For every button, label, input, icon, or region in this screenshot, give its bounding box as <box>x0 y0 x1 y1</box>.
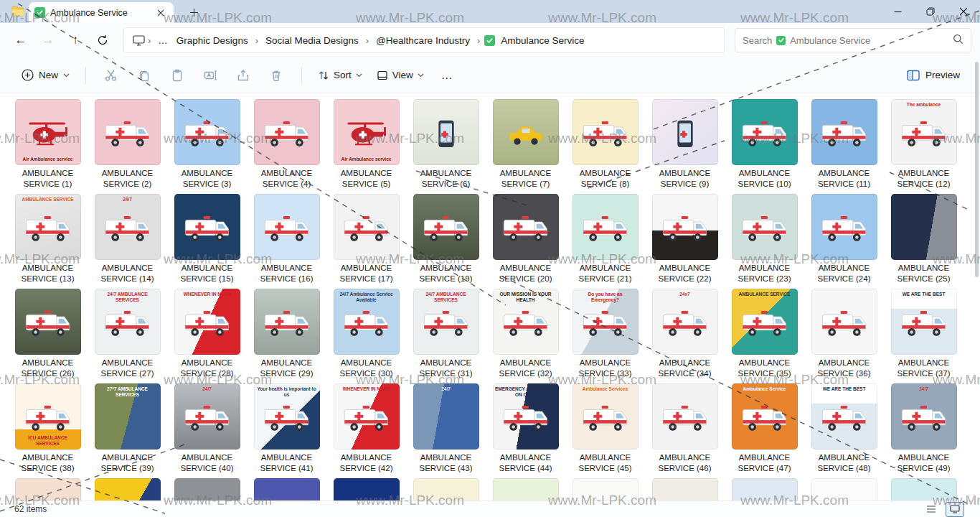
file-tile[interactable]: AMBULANCE SERVICE (6) <box>412 99 480 190</box>
file-tile[interactable]: AMBULANCE SERVICE (22) <box>651 194 719 284</box>
forward-button[interactable]: → <box>34 28 62 52</box>
file-tile[interactable]: 24/7 Ambulance Service Available AMBULAN… <box>332 289 400 379</box>
file-tile[interactable]: AMBULANCE SERVICE (26) <box>14 289 82 379</box>
file-tile[interactable]: AMBULANCE SERVICE (16) <box>253 194 321 284</box>
file-tile[interactable] <box>571 478 639 500</box>
breadcrumb-item-ambulance-service[interactable]: Ambulance Service <box>496 33 588 48</box>
file-tile[interactable] <box>332 478 400 500</box>
breadcrumb-collapsed[interactable]: … <box>154 33 172 48</box>
file-tile[interactable]: AMBULANCE SERVICE (7) <box>491 99 560 190</box>
file-tile[interactable]: WHENEVER IN NEED AMBULANCE SERVICE (42) <box>332 383 400 474</box>
delete-button[interactable] <box>260 62 293 88</box>
file-tile[interactable]: 24/7 AMBULANCE SERVICES AMBULANCE SERVIC… <box>412 289 480 379</box>
new-button[interactable]: New <box>14 64 77 86</box>
file-tile[interactable]: Ambulance Services AMBULANCE SERVICE (45… <box>571 383 639 474</box>
file-thumbnail: EMERGENCY AMBULANCE ON CALL <box>493 383 559 450</box>
preview-toggle[interactable]: Preview <box>907 70 960 81</box>
search-input[interactable]: Search Ambulance Service <box>735 28 971 52</box>
breadcrumb-item-social-media-designs[interactable]: Social Media Designs <box>261 33 363 48</box>
file-tile[interactable]: Your health is important to us AMBULANCE… <box>253 383 321 474</box>
file-tile[interactable] <box>93 478 161 500</box>
close-button[interactable] <box>947 0 980 23</box>
file-tile[interactable]: AMBULANCE SERVICE (25) <box>890 194 958 284</box>
new-tab-button[interactable] <box>187 5 201 19</box>
command-bar: New Sort View … Preview <box>0 57 980 93</box>
cut-button[interactable] <box>95 62 128 88</box>
file-tile[interactable]: OUR MISSION IS YOUR HEALTH AMBULANCE SER… <box>491 289 560 379</box>
restore-button[interactable] <box>914 0 947 23</box>
paste-button[interactable] <box>161 62 194 88</box>
back-button[interactable]: ← <box>7 28 34 52</box>
file-tile[interactable]: AMBULANCE SERVICE AMBULANCE SERVICE (35) <box>730 289 798 379</box>
file-tile[interactable]: AMBULANCE SERVICE (3) <box>173 99 241 190</box>
file-tile[interactable] <box>412 478 480 500</box>
tab-ambulance-service[interactable]: Ambulance Service <box>29 2 174 23</box>
file-tile[interactable]: WE ARE THE BEST AMBULANCE SERVICE (48) <box>810 383 878 474</box>
sort-button[interactable]: Sort <box>311 65 369 86</box>
up-button[interactable]: ↑ <box>62 28 89 52</box>
vertical-scrollbar[interactable] <box>975 62 979 277</box>
file-tile[interactable]: 24/7 AMBULANCE SERVICE (43) <box>412 383 480 474</box>
minimize-button[interactable] <box>881 0 914 23</box>
view-button[interactable]: View <box>369 65 431 86</box>
share-button[interactable] <box>227 62 260 88</box>
copy-icon <box>138 69 151 82</box>
this-pc-icon[interactable] <box>133 35 145 46</box>
file-tile[interactable]: AMBULANCE SERVICE (29) <box>253 289 321 379</box>
rename-button[interactable] <box>194 62 227 88</box>
tab-close-icon[interactable] <box>154 6 168 20</box>
file-tile[interactable]: AMBULANCE SERVICE (2) <box>93 99 161 190</box>
file-tile[interactable]: AMBULANCE SERVICE (11) <box>810 99 878 190</box>
refresh-button[interactable] <box>89 28 116 52</box>
file-tile[interactable]: AMBULANCE SERVICE (20) <box>491 194 560 284</box>
file-tile[interactable]: WHENEVER IN NEED AMBULANCE SERVICE (28) <box>173 289 241 379</box>
more-options-button[interactable]: … <box>431 66 463 85</box>
file-tile[interactable]: 24/7 AMBULANCE SERVICES AMBULANCE SERVIC… <box>93 289 161 379</box>
search-icon[interactable] <box>953 34 963 47</box>
file-tile[interactable]: 24/7 AMBULANCE SERVICE (40) <box>173 383 241 474</box>
file-tile[interactable]: AMBULANCE SERVICE (8) <box>571 99 639 190</box>
file-tile[interactable]: AMBULANCE SERVICE (10) <box>730 99 798 190</box>
file-tile[interactable]: AMBULANCE SERVICE (17) <box>332 194 400 284</box>
file-thumbnail <box>573 194 639 260</box>
file-tile[interactable]: WE ARE THE BEST AMBULANCE SERVICE (37) <box>890 289 958 379</box>
file-tile[interactable]: AMBULANCE SERVICE (19) <box>412 194 480 284</box>
file-tile[interactable]: AMBULANCE SERVICE (24) <box>810 194 878 284</box>
large-thumbnails-view-button[interactable] <box>946 502 964 517</box>
file-tile[interactable]: 24/7 AMBULANCE SERVICE (49) <box>890 383 958 474</box>
file-tile[interactable] <box>14 478 82 500</box>
file-tile[interactable] <box>890 478 958 500</box>
file-tile[interactable]: AMBULANCE SERVICE (9) <box>651 99 719 190</box>
file-tile[interactable]: AMBULANCE SERVICE (23) <box>730 194 798 284</box>
ambulance-icon <box>344 309 390 337</box>
file-tile[interactable]: AMBULANCE SERVICE AMBULANCE SERVICE (13) <box>14 194 82 284</box>
file-thumbnail <box>15 289 81 355</box>
file-tile[interactable] <box>810 478 878 500</box>
file-tile[interactable]: AMBULANCE SERVICE (46) <box>651 383 719 474</box>
file-tile[interactable]: 27*7 AMBULANCE SERVICES AMBULANCE SERVIC… <box>93 383 161 474</box>
file-tile[interactable]: AMBULANCE SERVICE (15) <box>173 194 241 284</box>
file-tile[interactable] <box>253 478 321 500</box>
file-tile[interactable]: 24x7 AMBULANCE SERVICE (34) <box>651 289 719 379</box>
file-tile[interactable] <box>651 478 719 500</box>
file-tile[interactable]: AMBULANCE SERVICE (21) <box>571 194 639 284</box>
file-tile[interactable]: ICU AMBULANCE SERVICES AMBULANCE SERVICE… <box>14 383 82 474</box>
file-name: AMBULANCE SERVICE (2) <box>93 168 161 190</box>
file-tile[interactable]: Do you have an Emergency? AMBULANCE SERV… <box>571 289 639 379</box>
file-tile[interactable] <box>173 478 241 500</box>
file-tile[interactable]: Ambulance Service AMBULANCE SERVICE (47) <box>730 383 798 474</box>
copy-button[interactable] <box>128 62 161 88</box>
breadcrumb-item-graphic-designs[interactable]: Graphic Designs <box>172 33 253 48</box>
file-tile[interactable]: EMERGENCY AMBULANCE ON CALL AMBULANCE SE… <box>491 383 560 474</box>
file-tile[interactable] <box>491 478 560 500</box>
file-tile[interactable]: AMBULANCE SERVICE (36) <box>810 289 878 379</box>
file-tile[interactable]: The ambulance AMBULANCE SERVICE (12) <box>890 99 958 190</box>
file-tile[interactable]: Air Ambulance service AMBULANCE SERVICE … <box>14 99 82 190</box>
file-tile[interactable]: AMBULANCE SERVICE (4) <box>253 99 321 190</box>
file-tile[interactable] <box>730 478 798 500</box>
file-tile[interactable]: 24/7 AMBULANCE SERVICE (14) <box>93 194 161 284</box>
file-tile[interactable]: Air Ambulance service AMBULANCE SERVICE … <box>332 99 400 190</box>
file-thumbnail <box>891 194 957 260</box>
breadcrumb-item-healthcare-industry[interactable]: @Healthcare Industry <box>372 33 474 48</box>
details-view-button[interactable] <box>923 503 940 516</box>
